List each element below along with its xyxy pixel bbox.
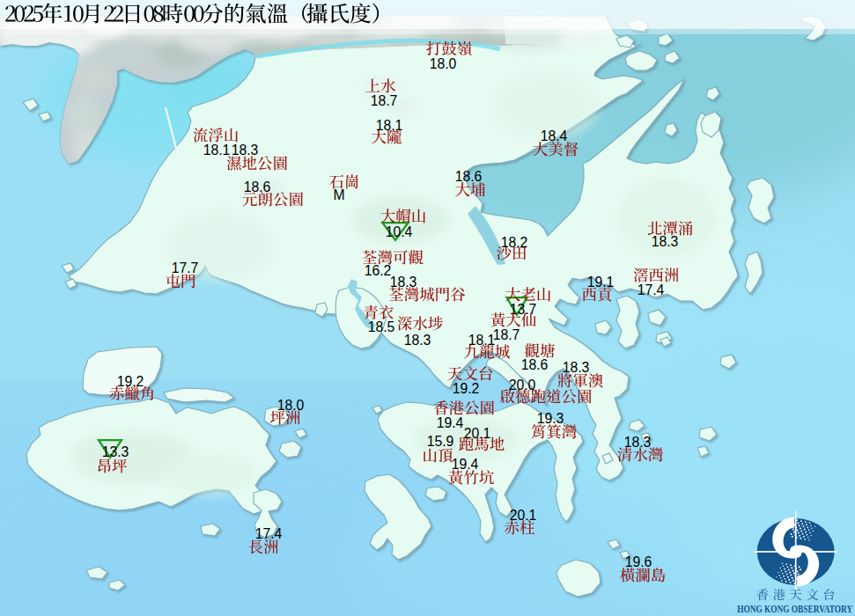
svg-text:18.1: 18.1: [468, 333, 496, 348]
svg-text:19.4: 19.4: [452, 457, 479, 472]
svg-text:17.4: 17.4: [255, 526, 283, 541]
svg-text:20.1: 20.1: [510, 508, 537, 523]
svg-text:18.6: 18.6: [455, 169, 483, 184]
svg-text:20.0: 20.0: [509, 378, 536, 392]
svg-text:18.3: 18.3: [563, 360, 590, 375]
svg-text:18.2: 18.2: [501, 235, 528, 250]
svg-text:15.9: 15.9: [427, 434, 454, 449]
svg-text:18.4: 18.4: [541, 128, 568, 143]
svg-text:18.3: 18.3: [390, 275, 417, 290]
svg-text:19.1: 19.1: [587, 275, 615, 290]
svg-text:18.7: 18.7: [493, 327, 520, 342]
svg-text:18.0: 18.0: [430, 56, 457, 71]
svg-text:20.1: 20.1: [464, 426, 491, 441]
svg-text:19.4: 19.4: [437, 415, 464, 430]
svg-text:18.1: 18.1: [203, 143, 231, 158]
svg-text:13.3: 13.3: [102, 444, 129, 459]
svg-text:HONG KONG OBSERVATORY: HONG KONG OBSERVATORY: [737, 604, 853, 614]
svg-text:18.6: 18.6: [244, 180, 271, 194]
svg-text:18.3: 18.3: [624, 435, 652, 450]
svg-text:19.2: 19.2: [117, 374, 144, 389]
svg-text:18.7: 18.7: [371, 93, 398, 108]
svg-text:18.6: 18.6: [521, 357, 549, 372]
svg-text:18.5: 18.5: [368, 319, 395, 334]
svg-text:18.3: 18.3: [404, 333, 431, 348]
svg-text:18.3: 18.3: [232, 143, 259, 158]
svg-text:18.0: 18.0: [277, 398, 305, 413]
svg-text:17.4: 17.4: [638, 282, 665, 297]
svg-text:M: M: [333, 187, 344, 202]
svg-text:17.7: 17.7: [172, 260, 199, 275]
svg-text:10.4: 10.4: [386, 224, 413, 239]
svg-text:18.1: 18.1: [376, 118, 403, 133]
svg-text:18.3: 18.3: [652, 234, 679, 249]
svg-text:19.2: 19.2: [453, 381, 480, 396]
svg-text:19.6: 19.6: [625, 554, 652, 569]
svg-text:16.2: 16.2: [365, 263, 392, 278]
svg-text:19.3: 19.3: [537, 411, 564, 426]
